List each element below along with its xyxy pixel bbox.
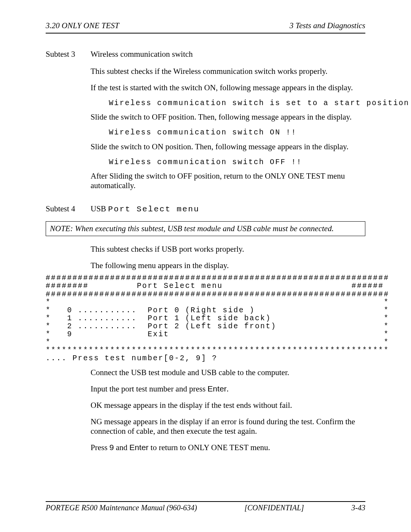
subtest3-label: Subtest 3 bbox=[46, 50, 91, 59]
subtest3-p1: This subtest checks if the Wireless comm… bbox=[91, 67, 365, 76]
subtest4-p7: Press 9 and Enter to return to ONLY ONE … bbox=[91, 443, 365, 452]
key-9: 9 bbox=[110, 443, 114, 452]
subtest4-title: USB Port Select menu bbox=[91, 204, 365, 214]
subtest4-p4: Input the port test number and press Ent… bbox=[91, 384, 365, 394]
enter-key-2: Enter bbox=[129, 443, 148, 452]
footer-left: PORTEGE R500 Maintenance Manual (960-634… bbox=[46, 503, 197, 512]
subtest3-code3: Wireless communication switch OFF !! bbox=[109, 158, 365, 166]
page-header: 3.20 ONLY ONE TEST 3 Tests and Diagnosti… bbox=[46, 21, 365, 30]
page-footer: PORTEGE R500 Maintenance Manual (960-634… bbox=[46, 501, 365, 512]
note-box: NOTE: When executing this subtest, USB t… bbox=[46, 221, 365, 236]
subtest4-p4-a: Input the port test number and press bbox=[91, 384, 207, 393]
subtest3-p5: After Sliding the switch to OFF position… bbox=[91, 171, 365, 190]
enter-key-1: Enter bbox=[207, 384, 226, 393]
header-right: 3 Tests and Diagnostics bbox=[290, 21, 365, 30]
subtest4-p6: NG message appears in the display if an … bbox=[91, 417, 365, 436]
subtest3-p2: If the test is started with the switch O… bbox=[91, 83, 365, 93]
subtest3-p3: Slide the switch to OFF position. Then, … bbox=[91, 112, 365, 122]
subtest4-label: Subtest 4 bbox=[46, 204, 91, 214]
subtest4-p5: OK message appears in the display if the… bbox=[91, 401, 365, 410]
page: 3.20 ONLY ONE TEST 3 Tests and Diagnosti… bbox=[0, 0, 411, 532]
subtest3-code2: Wireless communication switch ON !! bbox=[109, 129, 365, 136]
footer-right: 3-43 bbox=[351, 503, 365, 512]
subtest4-p3: Connect the USB test module and USB cabl… bbox=[91, 368, 365, 377]
subtest4-heading: Subtest 4 USB Port Select menu bbox=[46, 204, 365, 214]
subtest4-title-prefix: USB bbox=[91, 204, 108, 213]
subtest4-p7-a: Press bbox=[91, 443, 110, 452]
subtest3-title: Wireless communication switch bbox=[91, 50, 365, 59]
subtest4-p1: This subtest checks if USB port works pr… bbox=[91, 244, 365, 254]
subtest3-code1: Wireless communication switch is set to … bbox=[109, 99, 365, 107]
subtest4-p7-c: and bbox=[114, 443, 129, 452]
subtest4-p2: The following menu appears in the displa… bbox=[91, 261, 365, 270]
port-select-menu: ########################################… bbox=[46, 274, 365, 363]
subtest4-p7-e: to return to ONLY ONE TEST menu. bbox=[148, 443, 270, 452]
subtest4-p4-c: . bbox=[227, 384, 229, 393]
subtest3-heading: Subtest 3 Wireless communication switch bbox=[46, 50, 365, 59]
header-rule bbox=[46, 33, 365, 34]
subtest3-p4: Slide the switch to ON position. Then, f… bbox=[91, 142, 365, 152]
footer-rule bbox=[46, 501, 365, 502]
footer-center: [CONFIDENTIAL] bbox=[244, 503, 304, 512]
header-left: 3.20 ONLY ONE TEST bbox=[46, 21, 119, 30]
subtest4-title-mono: Port Select menu bbox=[108, 205, 199, 214]
